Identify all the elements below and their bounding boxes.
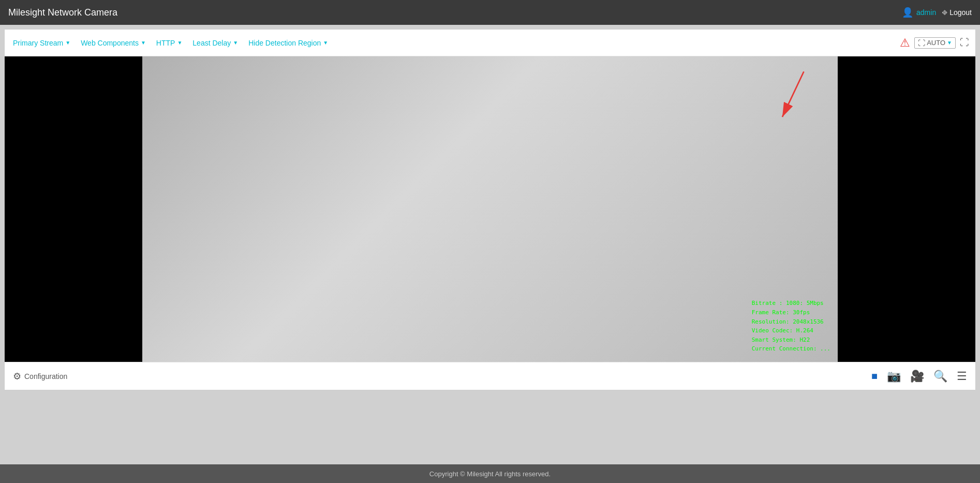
web-components-arrow-icon: ▼ <box>141 40 146 46</box>
alert-icon[interactable]: ⚠ <box>900 36 910 50</box>
video-feed <box>142 56 838 362</box>
quality-label: AUTO <box>927 39 945 47</box>
primary-stream-arrow-icon: ▼ <box>65 40 70 46</box>
quality-arrow-icon: ▼ <box>947 40 952 46</box>
video-right-panel <box>838 56 975 362</box>
toolbar-right: ⚠ ⛶ AUTO ▼ ⛶ <box>900 36 969 50</box>
copyright-text: Copyright © Milesight All rights reserve… <box>429 470 551 478</box>
main-container: Primary Stream ▼ Web Components ▼ HTTP ▼… <box>4 29 976 390</box>
bottom-controls: ⚙ Configuration ■ 📷 🎥 🔍 ☰ <box>5 362 975 390</box>
stat-bitrate: Bitrate : 1080: 5Mbps <box>752 299 830 308</box>
record-button[interactable]: 🎥 <box>910 370 924 383</box>
logout-icon: ⎆ <box>942 8 947 17</box>
logout-label: Logout <box>949 8 972 17</box>
footer: Copyright © Milesight All rights reserve… <box>0 464 980 483</box>
stat-smart: Smart System: H22 <box>752 335 830 345</box>
video-stats: Bitrate : 1080: 5Mbps Frame Rate: 30fps … <box>752 299 830 354</box>
app-title: Milesight Network Camera <box>8 7 117 18</box>
primary-stream-dropdown[interactable]: Primary Stream ▼ <box>11 30 76 56</box>
fullscreen-icon[interactable]: ⛶ <box>960 37 969 48</box>
stat-resolution: Resolution: 2048x1536 <box>752 317 830 327</box>
fullscreen-small-icon: ⛶ <box>918 39 925 47</box>
settings-button[interactable]: ☰ <box>957 370 967 383</box>
hide-detection-label: Hide Detection Region <box>248 39 321 47</box>
config-icon: ⚙ <box>13 371 21 382</box>
http-dropdown[interactable]: HTTP ▼ <box>151 30 187 56</box>
hide-detection-dropdown[interactable]: Hide Detection Region ▼ <box>243 30 333 56</box>
hide-detection-arrow-icon: ▼ <box>323 40 328 46</box>
http-label: HTTP <box>156 39 175 47</box>
stat-connection: Current Connection: ... <box>752 344 830 354</box>
username: admin <box>916 8 936 17</box>
stop-button[interactable]: ■ <box>871 370 878 382</box>
stat-framerate: Frame Rate: 30fps <box>752 308 830 317</box>
header-bar: Milesight Network Camera 👤 admin ⎆ Logou… <box>0 0 980 25</box>
config-label: Configuration <box>24 372 67 380</box>
user-info: 👤 admin <box>902 7 936 18</box>
stat-codec: Video Codec: H.264 <box>752 326 830 335</box>
http-arrow-icon: ▼ <box>177 40 182 46</box>
video-container: Bitrate : 1080: 5Mbps Frame Rate: 30fps … <box>5 56 975 362</box>
least-delay-arrow-icon: ▼ <box>233 40 238 46</box>
video-left-panel <box>5 56 142 362</box>
least-delay-label: Least Delay <box>192 39 231 47</box>
user-icon: 👤 <box>902 7 913 18</box>
media-controls: ■ 📷 🎥 🔍 ☰ <box>871 370 967 383</box>
toolbar: Primary Stream ▼ Web Components ▼ HTTP ▼… <box>5 30 975 56</box>
header-right: 👤 admin ⎆ Logout <box>902 7 972 18</box>
logout-button[interactable]: ⎆ Logout <box>942 8 972 17</box>
least-delay-dropdown[interactable]: Least Delay ▼ <box>187 30 243 56</box>
configuration-button[interactable]: ⚙ Configuration <box>13 371 67 382</box>
web-components-dropdown[interactable]: Web Components ▼ <box>76 30 151 56</box>
primary-stream-label: Primary Stream <box>13 39 63 47</box>
zoom-in-button[interactable]: 🔍 <box>933 370 947 383</box>
snapshot-button[interactable]: 📷 <box>887 370 901 383</box>
quality-selector[interactable]: ⛶ AUTO ▼ <box>914 37 956 49</box>
web-components-label: Web Components <box>81 39 139 47</box>
